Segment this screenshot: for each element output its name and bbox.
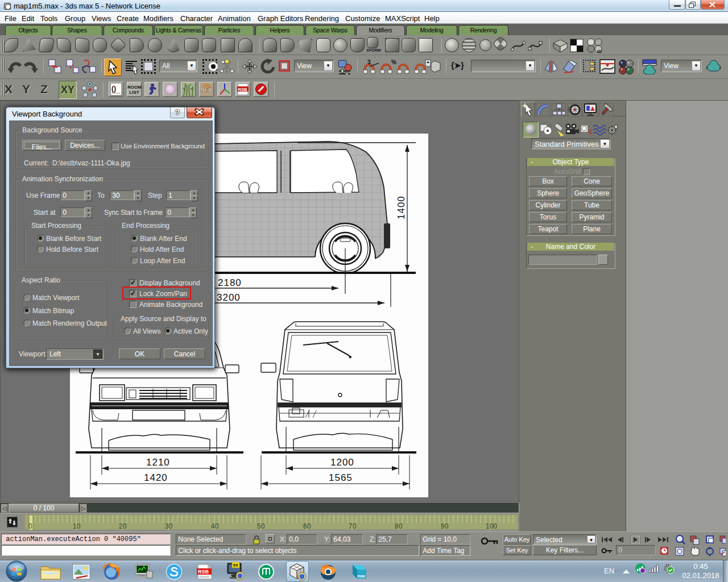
svg-text:1210: 1210: [146, 457, 170, 468]
svg-text:90: 90: [441, 522, 449, 530]
svg-text:20: 20: [119, 522, 127, 530]
svg-text:RSB: RSB: [238, 87, 247, 92]
svg-text:RSB: RSB: [198, 569, 209, 575]
svg-text:2180: 2180: [218, 277, 242, 288]
svg-text:▲: ▲: [426, 60, 430, 64]
svg-text:ID: ID: [597, 49, 602, 53]
svg-text:99: 99: [233, 563, 238, 568]
svg-text:30: 30: [165, 522, 173, 530]
svg-text:SFX: SFX: [201, 87, 212, 93]
svg-text:%: %: [391, 59, 396, 65]
svg-text:3: 3: [367, 59, 371, 65]
svg-text:80: 80: [395, 522, 403, 530]
svg-text:1420: 1420: [144, 472, 168, 483]
svg-text:40: 40: [211, 522, 219, 530]
svg-text:1565: 1565: [329, 472, 353, 483]
svg-text:10: 10: [73, 522, 81, 530]
svg-text:(): (): [111, 85, 116, 93]
svg-text:50: 50: [257, 522, 265, 530]
svg-text:1200: 1200: [330, 457, 354, 468]
svg-text:3200: 3200: [217, 292, 241, 303]
svg-text:60: 60: [303, 522, 311, 530]
svg-text:0: 0: [28, 522, 32, 530]
svg-text:70: 70: [349, 522, 357, 530]
svg-text:1400: 1400: [396, 196, 407, 219]
svg-text:100: 100: [486, 522, 497, 530]
svg-text:max: max: [357, 574, 365, 578]
